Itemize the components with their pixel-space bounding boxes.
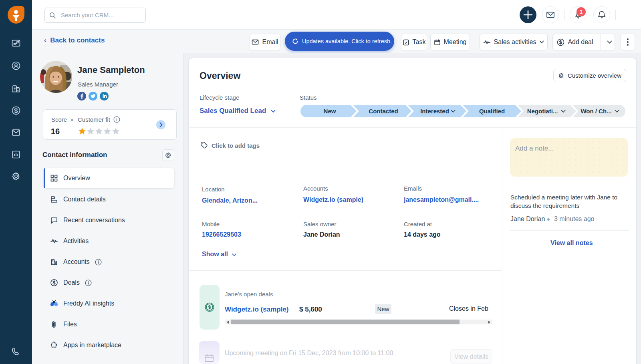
svg-text:New: New [324,108,336,115]
svg-text:Qualified: Qualified [479,108,505,115]
svg-text:Interested: Interested [420,108,449,115]
svg-text:Won / Ch...: Won / Ch... [581,108,611,115]
svg-text:Contacted: Contacted [369,108,398,115]
svg-text:Negotiati...: Negotiati... [527,108,558,115]
